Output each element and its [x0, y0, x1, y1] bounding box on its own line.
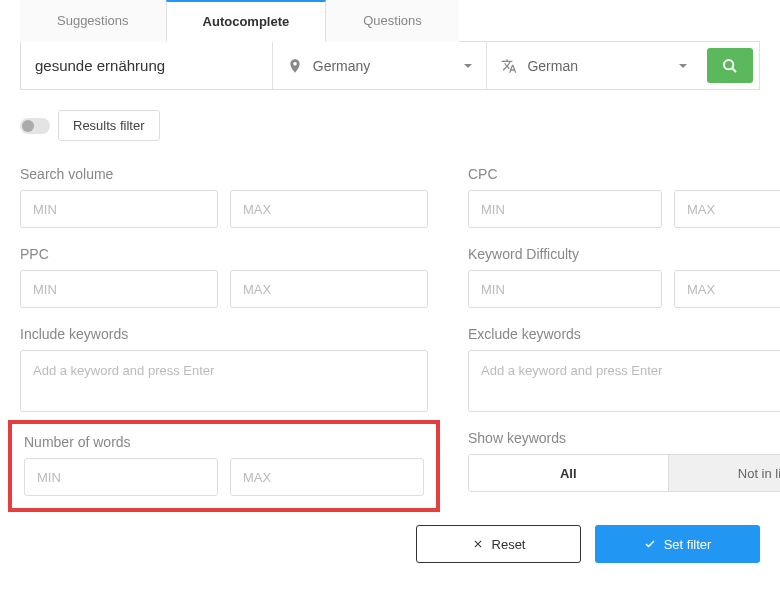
- language-selector[interactable]: German: [486, 42, 701, 89]
- filter-show-keywords: Show keywords All Not in lists: [468, 430, 780, 500]
- search-bar: Germany German: [20, 42, 760, 90]
- filter-search-volume: Search volume: [20, 166, 428, 228]
- svg-line-1: [732, 68, 736, 72]
- filter-include-keywords: Include keywords: [20, 326, 428, 412]
- filter-ppc: PPC: [20, 246, 428, 308]
- search-volume-min[interactable]: [20, 190, 218, 228]
- filters-grid: Search volume CPC PPC Keyword Difficulty: [20, 166, 760, 500]
- set-filter-button[interactable]: Set filter: [595, 525, 760, 563]
- include-keywords-input[interactable]: [21, 351, 427, 389]
- check-icon: [644, 538, 656, 550]
- keyword-input[interactable]: [21, 42, 272, 89]
- results-filter-label: Results filter: [58, 110, 160, 141]
- language-label: German: [527, 58, 669, 74]
- filter-label: PPC: [20, 246, 428, 262]
- filter-cpc: CPC: [468, 166, 780, 228]
- filter-label: Keyword Difficulty: [468, 246, 780, 262]
- filter-keyword-difficulty: Keyword Difficulty: [468, 246, 780, 308]
- ppc-max[interactable]: [230, 270, 428, 308]
- pin-icon: [287, 58, 303, 74]
- kd-min[interactable]: [468, 270, 662, 308]
- highlight-box: Number of words: [8, 420, 440, 512]
- filter-label: Number of words: [24, 434, 424, 450]
- tab-questions[interactable]: Questions: [326, 0, 459, 42]
- cpc-min[interactable]: [468, 190, 662, 228]
- filter-label: Exclude keywords: [468, 326, 780, 342]
- ppc-min[interactable]: [20, 270, 218, 308]
- results-filter-row: Results filter: [20, 110, 760, 141]
- results-filter-toggle[interactable]: [20, 118, 50, 134]
- tab-autocomplete[interactable]: Autocomplete: [166, 0, 327, 42]
- filter-label: Search volume: [20, 166, 428, 182]
- svg-point-0: [724, 60, 733, 69]
- show-kw-not-in-lists[interactable]: Not in lists: [668, 455, 781, 491]
- search-icon: [722, 58, 738, 74]
- show-kw-all[interactable]: All: [469, 455, 668, 491]
- close-icon: [472, 538, 484, 550]
- filter-number-of-words: Number of words: [20, 430, 428, 500]
- tab-suggestions[interactable]: Suggestions: [20, 0, 166, 42]
- reset-label: Reset: [492, 537, 526, 552]
- tabs: Suggestions Autocomplete Questions: [20, 0, 760, 42]
- set-filter-label: Set filter: [664, 537, 712, 552]
- chevron-down-icon: [679, 64, 687, 68]
- num-words-max[interactable]: [230, 458, 424, 496]
- footer-actions: Reset Set filter: [20, 525, 760, 563]
- cpc-max[interactable]: [674, 190, 780, 228]
- chevron-down-icon: [464, 64, 472, 68]
- country-selector[interactable]: Germany: [272, 42, 487, 89]
- filter-label: Include keywords: [20, 326, 428, 342]
- reset-button[interactable]: Reset: [416, 525, 581, 563]
- search-volume-max[interactable]: [230, 190, 428, 228]
- language-icon: [501, 58, 517, 74]
- search-button[interactable]: [707, 48, 753, 83]
- num-words-min[interactable]: [24, 458, 218, 496]
- exclude-keywords-input[interactable]: [469, 351, 780, 389]
- country-label: Germany: [313, 58, 455, 74]
- filter-label: CPC: [468, 166, 780, 182]
- filter-exclude-keywords: Exclude keywords: [468, 326, 780, 412]
- kd-max[interactable]: [674, 270, 780, 308]
- filter-label: Show keywords: [468, 430, 780, 446]
